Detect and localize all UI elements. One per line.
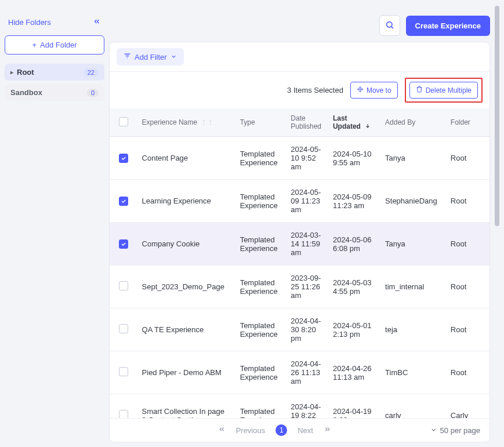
cell-added: Tanya xyxy=(380,223,446,266)
cell-folder: Root xyxy=(446,351,490,394)
cell-updated: 2024-04-26 11:13 am xyxy=(328,351,380,394)
topbar: Create Experience xyxy=(109,5,490,36)
delete-multiple-button[interactable]: Delete Multiple xyxy=(409,82,478,99)
cell-updated: 2024-05-01 2:13 pm xyxy=(328,308,380,351)
add-folder-button[interactable]: + Add Folder xyxy=(5,35,104,54)
cell-name: Sept_2023_Demo_Page xyxy=(137,266,235,308)
experiences-table: Experience Name ⋮⋮ Type Date Published L… xyxy=(110,108,490,418)
hide-folders-link[interactable]: Hide Folders xyxy=(8,18,51,27)
cell-updated: 2024-05-06 6:08 pm xyxy=(328,223,380,266)
table-row[interactable]: QA TE Experience Templated Experience 20… xyxy=(110,308,490,351)
sort-descending-icon xyxy=(365,122,371,130)
table-row[interactable]: Smart Collection In page 3 Content Secti… xyxy=(110,394,490,419)
experiences-panel: Add Filter 3 Items Selected Move to xyxy=(109,42,490,442)
table-row[interactable]: Pied Piper - Demo ABM Templated Experien… xyxy=(110,351,490,394)
cell-updated: 2024-05-09 11:23 am xyxy=(328,180,380,223)
header-type[interactable]: Type xyxy=(235,108,287,137)
cell-type: Templated Experience xyxy=(235,137,287,180)
header-updated[interactable]: Last Updated xyxy=(328,108,380,137)
cell-updated: 2024-05-03 4:55 pm xyxy=(328,266,380,308)
next-page-link[interactable]: Next xyxy=(298,426,313,435)
table-row[interactable]: Learning Experience Templated Experience… xyxy=(110,180,490,223)
folder-item-root[interactable]: ▸ Root 22 xyxy=(5,64,104,81)
move-icon xyxy=(357,86,364,95)
cell-type: Templated Experience xyxy=(235,266,287,308)
cell-added: StephanieDang xyxy=(380,180,446,223)
table-row[interactable]: Company Cookie Templated Experience 2024… xyxy=(110,223,490,266)
page-number-current[interactable]: 1 xyxy=(275,424,287,436)
row-checkbox[interactable] xyxy=(119,239,128,249)
folder-count-badge: 0 xyxy=(87,89,99,97)
per-page-label: 50 per page xyxy=(440,426,480,435)
row-checkbox[interactable] xyxy=(119,324,128,333)
cell-updated: 2024-05-10 9:55 am xyxy=(328,137,380,180)
add-filter-button[interactable]: Add Filter xyxy=(117,48,184,66)
cell-name: QA TE Experience xyxy=(137,308,235,351)
cell-folder: Root xyxy=(446,223,490,266)
row-checkbox[interactable] xyxy=(119,367,128,376)
row-checkbox[interactable] xyxy=(119,197,128,206)
row-checkbox[interactable] xyxy=(119,281,128,290)
delete-multiple-highlight: Delete Multiple xyxy=(405,78,483,103)
cell-added: teja xyxy=(380,308,446,351)
main-content: Create Experience Add Filter 3 Items Sel… xyxy=(109,5,490,442)
chevron-right-icon: ▸ xyxy=(10,69,13,75)
row-checkbox[interactable] xyxy=(119,410,128,418)
filter-bar: Add Filter xyxy=(110,42,490,72)
scrollbar[interactable] xyxy=(495,5,499,442)
selection-count-text: 3 Items Selected xyxy=(287,86,343,95)
collapse-sidebar-icon[interactable] xyxy=(93,17,101,27)
cell-updated: 2024-04-19 8:23 am xyxy=(328,394,380,419)
move-to-button[interactable]: Move to xyxy=(350,82,398,99)
plus-icon: + xyxy=(32,41,37,49)
cell-folder: Carly xyxy=(446,394,490,419)
cell-published: 2024-03-14 11:59 am xyxy=(286,223,328,266)
cell-folder: Root xyxy=(446,308,490,351)
cell-name: Pied Piper - Demo ABM xyxy=(137,351,235,394)
cell-type: Templated Experience xyxy=(235,351,287,394)
first-page-icon[interactable] xyxy=(218,426,226,435)
add-folder-label: Add Folder xyxy=(40,41,77,49)
last-page-icon[interactable] xyxy=(324,426,331,435)
header-name[interactable]: Experience Name xyxy=(142,118,197,126)
per-page-selector[interactable]: 50 per page xyxy=(430,426,480,435)
search-button[interactable] xyxy=(379,15,400,36)
cell-folder: Root xyxy=(446,266,490,308)
header-published[interactable]: Date Published xyxy=(286,108,328,137)
cell-published: 2024-04-26 11:13 am xyxy=(286,351,328,394)
drag-handle-icon[interactable]: ⋮⋮ xyxy=(201,119,213,126)
header-folder[interactable]: Folder xyxy=(446,108,490,137)
folder-name: Root xyxy=(17,68,34,77)
header-added[interactable]: Added By xyxy=(380,108,446,137)
cell-published: 2024-05-09 11:23 am xyxy=(286,180,328,223)
cell-published: 2024-04-19 8:22 am xyxy=(286,394,328,419)
cell-published: 2024-05-10 9:52 am xyxy=(286,137,328,180)
select-all-checkbox[interactable] xyxy=(119,117,128,126)
filter-icon xyxy=(124,52,131,61)
pagination: Previous 1 Next 50 per page xyxy=(110,418,490,442)
create-experience-button[interactable]: Create Experience xyxy=(406,16,490,36)
cell-type: Templated Experience xyxy=(235,223,287,266)
sidebar: Hide Folders + Add Folder ▸ Root 22 Sand… xyxy=(5,5,104,442)
cell-name: Company Cookie xyxy=(137,223,235,266)
folder-list: ▸ Root 22 Sandbox 0 xyxy=(5,64,104,101)
folder-item-sandbox[interactable]: Sandbox 0 xyxy=(5,84,104,101)
add-filter-label: Add Filter xyxy=(135,53,167,61)
search-icon xyxy=(385,20,394,31)
cell-added: tim_internal xyxy=(380,266,446,308)
table-row[interactable]: Content Page Templated Experience 2024-0… xyxy=(110,137,490,180)
cell-folder: Root xyxy=(446,137,490,180)
table-container: Experience Name ⋮⋮ Type Date Published L… xyxy=(110,108,490,418)
trash-icon xyxy=(416,86,423,95)
previous-page-link[interactable]: Previous xyxy=(236,426,266,435)
row-checkbox[interactable] xyxy=(119,154,128,163)
cell-type: Templated Experience xyxy=(235,180,287,223)
cell-added: carly xyxy=(380,394,446,419)
cell-published: 2023-09-25 11:26 am xyxy=(286,266,328,308)
table-row[interactable]: Sept_2023_Demo_Page Templated Experience… xyxy=(110,266,490,308)
cell-name: Smart Collection In page 3 Content Secti… xyxy=(137,394,235,419)
scrollbar-thumb[interactable] xyxy=(495,6,499,226)
folder-name: Sandbox xyxy=(10,88,42,97)
move-to-label: Move to xyxy=(367,86,391,95)
cell-folder: Root xyxy=(446,180,490,223)
